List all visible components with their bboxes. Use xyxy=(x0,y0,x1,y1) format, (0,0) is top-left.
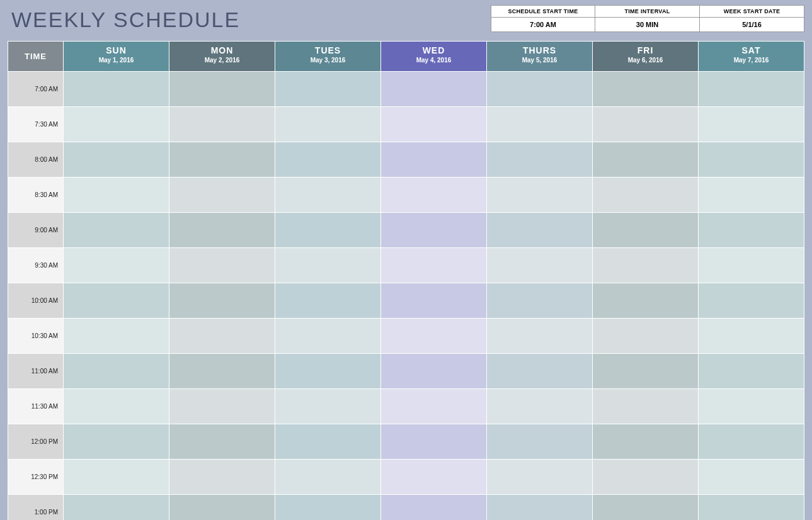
schedule-cell[interactable] xyxy=(487,248,593,283)
schedule-cell[interactable] xyxy=(487,107,593,142)
schedule-cell[interactable] xyxy=(64,213,169,248)
schedule-cell[interactable] xyxy=(381,495,487,521)
schedule-cell[interactable] xyxy=(169,495,275,521)
setting-box: WEEK START DATE5/1/16 xyxy=(700,5,804,32)
schedule-cell[interactable] xyxy=(64,460,169,495)
schedule-cell[interactable] xyxy=(64,248,169,283)
schedule-cell[interactable] xyxy=(699,424,804,460)
schedule-cell[interactable] xyxy=(275,424,381,460)
schedule-cell[interactable] xyxy=(169,354,275,389)
schedule-cell[interactable] xyxy=(381,389,487,424)
schedule-cell[interactable] xyxy=(169,389,275,424)
schedule-cell[interactable] xyxy=(593,283,699,319)
schedule-cell[interactable] xyxy=(381,319,487,354)
schedule-cell[interactable] xyxy=(169,72,275,107)
schedule-cell[interactable] xyxy=(275,283,381,319)
schedule-cell[interactable] xyxy=(275,248,381,283)
schedule-cell[interactable] xyxy=(169,213,275,248)
schedule-cell[interactable] xyxy=(275,142,381,178)
schedule-cell[interactable] xyxy=(487,495,593,521)
schedule-cell[interactable] xyxy=(593,389,699,424)
schedule-cell[interactable] xyxy=(64,72,169,107)
schedule-cell[interactable] xyxy=(487,354,593,389)
schedule-cell[interactable] xyxy=(275,72,381,107)
schedule-cell[interactable] xyxy=(699,319,804,354)
schedule-cell[interactable] xyxy=(381,213,487,248)
schedule-cell[interactable] xyxy=(487,213,593,248)
schedule-table: TIME SUNMay 1, 2016MONMay 2, 2016TUESMay… xyxy=(8,41,804,520)
schedule-cell[interactable] xyxy=(381,248,487,283)
schedule-cell[interactable] xyxy=(593,142,699,178)
schedule-cell[interactable] xyxy=(593,495,699,521)
schedule-cell[interactable] xyxy=(275,354,381,389)
schedule-cell[interactable] xyxy=(487,424,593,460)
schedule-cell[interactable] xyxy=(381,72,487,107)
day-abbr: SAT xyxy=(699,45,804,55)
schedule-cell[interactable] xyxy=(275,178,381,213)
schedule-cell[interactable] xyxy=(699,107,804,142)
schedule-cell[interactable] xyxy=(169,424,275,460)
schedule-cell[interactable] xyxy=(64,319,169,354)
schedule-cell[interactable] xyxy=(275,213,381,248)
schedule-cell[interactable] xyxy=(381,142,487,178)
schedule-cell[interactable] xyxy=(487,178,593,213)
schedule-cell[interactable] xyxy=(487,142,593,178)
schedule-cell[interactable] xyxy=(275,319,381,354)
schedule-cell[interactable] xyxy=(593,72,699,107)
schedule-cell[interactable] xyxy=(487,283,593,319)
schedule-cell[interactable] xyxy=(699,213,804,248)
schedule-cell[interactable] xyxy=(593,460,699,495)
schedule-cell[interactable] xyxy=(169,142,275,178)
schedule-cell[interactable] xyxy=(699,495,804,521)
schedule-cell[interactable] xyxy=(593,248,699,283)
schedule-cell[interactable] xyxy=(699,389,804,424)
setting-value[interactable]: 30 MIN xyxy=(595,18,700,32)
schedule-cell[interactable] xyxy=(169,178,275,213)
schedule-cell[interactable] xyxy=(64,142,169,178)
schedule-cell[interactable] xyxy=(593,107,699,142)
schedule-cell[interactable] xyxy=(699,248,804,283)
schedule-cell[interactable] xyxy=(699,283,804,319)
schedule-cell[interactable] xyxy=(699,354,804,389)
schedule-cell[interactable] xyxy=(275,389,381,424)
setting-value[interactable]: 7:00 AM xyxy=(491,18,595,32)
schedule-cell[interactable] xyxy=(593,213,699,248)
schedule-cell[interactable] xyxy=(64,178,169,213)
schedule-cell[interactable] xyxy=(381,283,487,319)
schedule-cell[interactable] xyxy=(169,107,275,142)
schedule-cell[interactable] xyxy=(593,424,699,460)
schedule-cell[interactable] xyxy=(381,354,487,389)
schedule-cell[interactable] xyxy=(64,389,169,424)
schedule-cell[interactable] xyxy=(487,389,593,424)
schedule-cell[interactable] xyxy=(381,107,487,142)
schedule-cell[interactable] xyxy=(593,178,699,213)
schedule-cell[interactable] xyxy=(593,354,699,389)
schedule-cell[interactable] xyxy=(487,319,593,354)
schedule-cell[interactable] xyxy=(64,354,169,389)
schedule-cell[interactable] xyxy=(593,319,699,354)
schedule-cell[interactable] xyxy=(169,319,275,354)
schedule-cell[interactable] xyxy=(699,72,804,107)
schedule-cell[interactable] xyxy=(699,178,804,213)
schedule-cell[interactable] xyxy=(275,495,381,521)
schedule-cell[interactable] xyxy=(169,283,275,319)
schedule-cell[interactable] xyxy=(64,495,169,521)
schedule-cell[interactable] xyxy=(64,107,169,142)
schedule-cell[interactable] xyxy=(381,424,487,460)
schedule-cell[interactable] xyxy=(699,460,804,495)
schedule-cell[interactable] xyxy=(169,248,275,283)
schedule-cell[interactable] xyxy=(487,460,593,495)
schedule-cell[interactable] xyxy=(64,424,169,460)
schedule-cell[interactable] xyxy=(169,460,275,495)
schedule-cell[interactable] xyxy=(64,283,169,319)
day-abbr: TUES xyxy=(275,45,380,55)
schedule-cell[interactable] xyxy=(487,72,593,107)
schedule-row: 10:30 AM xyxy=(8,319,804,354)
day-header-fri: FRIMay 6, 2016 xyxy=(593,42,699,72)
schedule-cell[interactable] xyxy=(381,460,487,495)
schedule-cell[interactable] xyxy=(381,178,487,213)
setting-value[interactable]: 5/1/16 xyxy=(700,18,804,32)
schedule-cell[interactable] xyxy=(275,460,381,495)
schedule-cell[interactable] xyxy=(699,142,804,178)
schedule-cell[interactable] xyxy=(275,107,381,142)
